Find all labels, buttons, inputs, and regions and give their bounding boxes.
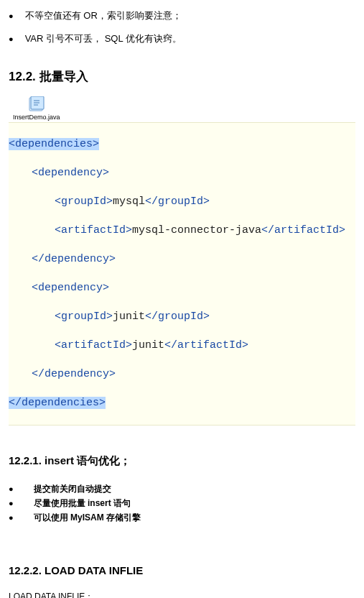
paragraph: LOAD DATA INFLIE： [9,591,355,598]
bullet-dot-icon: ● [9,497,14,510]
file-attachment: InsertDemo.java [13,96,60,121]
bullet-item: ● 提交前关闭自动提交 [9,482,355,495]
code-tag: </groupId> [145,310,210,323]
code-tag: <dependencies> [9,138,99,150]
code-tag: <dependency> [32,167,109,179]
code-tag: </artifactId> [164,339,248,351]
code-tag: <artifactId> [55,224,132,236]
heading-12-2-1: 12.2.1. insert 语句优化； [9,454,355,468]
code-text: mysql [113,196,145,208]
bullet-item: ● 不等空值还有 OR，索引影响要注意； [9,9,355,22]
code-text: mysql-connector-java [132,224,261,236]
bullet-dot-icon: ● [9,9,14,22]
code-tag: <groupId> [55,310,113,323]
code-tag: </dependency> [32,368,116,380]
bullet-dot-icon: ● [9,482,14,495]
bullet-dot-icon: ● [9,511,14,524]
bullet-dot-icon: ● [9,32,14,45]
code-text: junit [132,339,164,351]
file-label: InsertDemo.java [13,114,60,121]
code-tag: <groupId> [55,196,113,208]
code-tag: </dependency> [32,253,116,265]
bullet-item: ● 尽量使用批量 insert 语句 [9,497,355,510]
java-file-icon [27,96,47,112]
code-tag: </groupId> [145,196,210,208]
bullet-item: ● VAR 引号不可丢， SQL 优化有诀窍。 [9,32,355,45]
code-tag: </dependencies> [9,397,106,409]
bullet-item: ● 可以使用 MyISAM 存储引擎 [9,511,355,524]
code-tag: </artifactId> [261,224,345,236]
heading-12-2: 12.2. 批量导入 [9,68,355,85]
code-text: junit [113,310,145,323]
bullet-text: 不等空值还有 OR，索引影响要注意； [25,9,182,22]
bullet-text: 尽量使用批量 insert 语句 [34,497,131,510]
bullet-text: 可以使用 MyISAM 存储引擎 [34,512,141,524]
code-tag: <artifactId> [55,339,132,351]
code-tag: <dependency> [32,282,109,294]
xml-code-block: <dependencies> <dependency> <groupId>mys… [9,122,355,426]
bullet-text: 提交前关闭自动提交 [34,483,111,495]
bullet-text: VAR 引号不可丢， SQL 优化有诀窍。 [25,32,182,45]
heading-12-2-2: 12.2.2. LOAD DATA INFLIE [9,564,355,576]
